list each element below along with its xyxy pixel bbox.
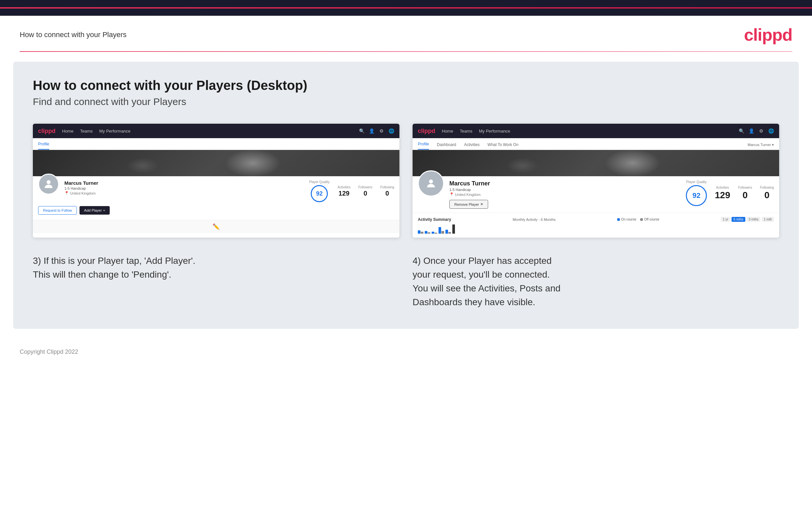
search-icon[interactable]: 🔍 <box>359 128 365 134</box>
right-followers-stat: Followers 0 <box>738 186 752 201</box>
activity-header: Activity Summary Monthly Activity - 6 Mo… <box>418 217 774 222</box>
right-profile-icon[interactable]: 👤 <box>748 128 754 134</box>
bar-off-4 <box>442 231 444 234</box>
bar-group-3 <box>432 232 437 234</box>
left-followers-stat: Followers 0 <box>358 185 372 197</box>
right-following-stat: Following 0 <box>760 186 774 201</box>
period-1yr-button[interactable]: 1 yr <box>721 217 730 222</box>
left-activities-stat: Activities 129 <box>338 185 351 197</box>
right-nav-home[interactable]: Home <box>442 129 453 133</box>
right-location: 📍 United Kingdom <box>449 192 680 196</box>
left-following-stat: Following 0 <box>380 185 394 197</box>
remove-player-button[interactable]: Remove Player ✕ <box>449 200 488 209</box>
bar-off-5 <box>448 232 451 234</box>
golf-aerial <box>33 150 399 176</box>
bar-group-2 <box>425 231 430 234</box>
right-tab-activities[interactable]: Activities <box>464 143 479 150</box>
bar-on-6 <box>452 224 455 234</box>
right-globe-icon[interactable]: 🌐 <box>768 128 774 134</box>
bar-group-1 <box>418 230 423 234</box>
page-header: How to connect with your Players clippd <box>0 16 812 51</box>
right-handicap: 1-5 Handicap <box>449 188 680 192</box>
section-title: How to connect with your Players (Deskto… <box>33 78 779 93</box>
profile-icon[interactable]: 👤 <box>368 128 374 134</box>
left-nav-home[interactable]: Home <box>62 129 73 133</box>
left-quality-circle: 92 <box>311 185 328 202</box>
description-right-text: 4) Once your Player has accepted your re… <box>413 254 779 309</box>
on-course-label: On course <box>621 218 636 221</box>
right-nav-teams[interactable]: Teams <box>460 129 472 133</box>
period-6mths-button[interactable]: 6 mths <box>731 217 745 222</box>
right-settings-icon[interactable]: ⚙ <box>758 128 764 134</box>
left-player-name: Marcus Turner <box>64 180 304 186</box>
left-tab-profile[interactable]: Profile <box>38 142 49 150</box>
right-golf-aerial <box>413 150 779 176</box>
right-nav-icons: 🔍 👤 ⚙ 🌐 <box>739 128 774 134</box>
left-nav-icons: 🔍 👤 ⚙ 🌐 <box>359 128 394 134</box>
svg-point-0 <box>47 180 51 184</box>
bar-off-3 <box>435 233 437 234</box>
scroll-icon: ✏️ <box>212 223 220 230</box>
period-buttons: 1 yr 6 mths 3 mths 1 mth <box>721 217 774 222</box>
description-left-line1: 3) If this is your Player tap, 'Add Play… <box>33 256 195 266</box>
section-subtitle: Find and connect with your Players <box>33 96 779 107</box>
clippd-logo: clippd <box>744 25 792 45</box>
right-profile-stats: Player Quality 92 Activities 129 Followe… <box>686 180 774 206</box>
description-left: 3) If this is your Player tap, 'Add Play… <box>33 254 399 309</box>
breadcrumb: How to connect with your Players <box>20 31 126 39</box>
top-bar <box>0 0 812 16</box>
request-to-follow-button[interactable]: Request to Follow <box>38 206 77 215</box>
copyright-text: Copyright Clippd 2022 <box>20 348 78 355</box>
right-tab-dashboard[interactable]: Dashboard <box>437 143 456 150</box>
activity-legend: On course Off course <box>617 218 659 221</box>
right-avatar <box>418 170 444 196</box>
left-nav-teams[interactable]: Teams <box>80 129 93 133</box>
on-course-legend: On course <box>617 218 636 221</box>
right-quality-label: Player Quality <box>686 180 707 184</box>
add-player-button[interactable]: Add Player + <box>80 206 110 215</box>
right-search-icon[interactable]: 🔍 <box>739 128 744 134</box>
globe-icon[interactable]: 🌐 <box>388 128 394 134</box>
right-tab-user[interactable]: Marcus Turner ▾ <box>748 143 774 150</box>
off-course-dot <box>640 218 643 221</box>
description-left-line2: This will then change to 'Pending'. <box>33 269 171 280</box>
right-tab-profile[interactable]: Profile <box>418 142 429 150</box>
right-player-name: Marcus Turner <box>449 180 680 187</box>
right-tab-what-to-work-on[interactable]: What To Work On <box>488 143 518 150</box>
bar-group-6 <box>452 224 458 234</box>
bar-on-3 <box>432 232 434 234</box>
off-course-legend: Off course <box>640 218 659 221</box>
left-nav-logo: clippd <box>38 128 55 134</box>
left-profile-info: Marcus Turner 1-5 Handicap 📍 United King… <box>33 176 399 206</box>
descriptions-row: 3) If this is your Player tap, 'Add Play… <box>33 254 779 309</box>
right-profile-info: Marcus Turner 1-5 Handicap 📍 United King… <box>413 176 779 213</box>
period-1mth-button[interactable]: 1 mth <box>762 217 774 222</box>
activity-period: Monthly Activity - 6 Months <box>513 218 556 222</box>
right-hero-image <box>413 150 779 176</box>
right-nav-logo: clippd <box>418 128 435 134</box>
activity-summary: Activity Summary Monthly Activity - 6 Mo… <box>413 213 779 238</box>
bar-off-1 <box>421 232 423 234</box>
right-nav-myperformance[interactable]: My Performance <box>479 129 510 133</box>
settings-icon[interactable]: ⚙ <box>378 128 384 134</box>
period-3mths-button[interactable]: 3 mths <box>747 217 760 222</box>
right-navbar: clippd Home Teams My Performance 🔍 👤 ⚙ 🌐 <box>413 124 779 138</box>
page-footer: Copyright Clippd 2022 <box>0 342 812 362</box>
left-handicap: 1-5 Handicap <box>64 186 304 190</box>
activity-title: Activity Summary <box>418 217 451 222</box>
left-nav-myperformance[interactable]: My Performance <box>99 129 131 133</box>
header-divider <box>20 51 792 52</box>
right-profile-details: Marcus Turner 1-5 Handicap 📍 United King… <box>449 180 680 209</box>
remove-x-icon: ✕ <box>480 202 483 207</box>
off-course-label: Off course <box>644 218 659 221</box>
bar-on-2 <box>425 231 427 234</box>
left-location: 📍 United Kingdom <box>64 191 304 195</box>
location-pin-icon: 📍 <box>64 191 69 195</box>
left-avatar <box>38 174 59 194</box>
description-right-line1: 4) Once your Player has accepted <box>413 256 552 266</box>
right-remove-player-container: Remove Player ✕ <box>449 200 680 209</box>
screenshot-right: clippd Home Teams My Performance 🔍 👤 ⚙ 🌐… <box>413 124 779 238</box>
bar-group-5 <box>445 230 451 234</box>
bar-group-4 <box>439 227 444 234</box>
main-content: How to connect with your Players (Deskto… <box>13 62 799 329</box>
